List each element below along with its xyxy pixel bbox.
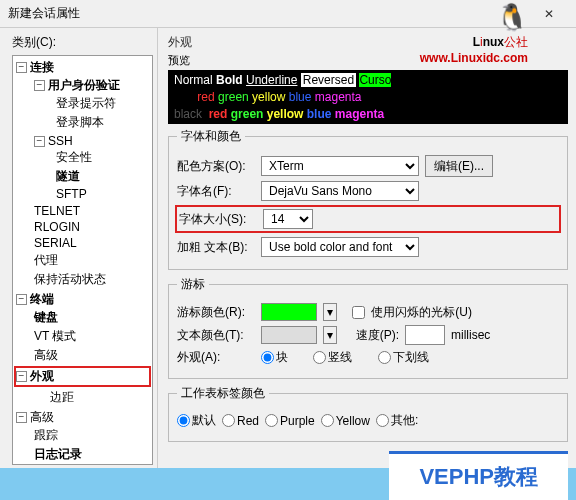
preview-label: 预览 bbox=[168, 53, 568, 68]
shape-label: 外观(A): bbox=[177, 349, 255, 366]
fontsize-select[interactable]: 14 bbox=[263, 209, 313, 229]
collapse-icon[interactable]: − bbox=[34, 136, 45, 147]
category-tree[interactable]: −连接 −用户身份验证 登录提示符 登录脚本 −SSH 安全性 隧道 bbox=[12, 55, 153, 465]
preview-area: 预览 Normal Bold Underline Reversed Curso … bbox=[168, 53, 568, 124]
tree-login-script[interactable]: 登录脚本 bbox=[54, 113, 151, 132]
preview-box: Normal Bold Underline Reversed Curso red… bbox=[168, 70, 568, 124]
tabcolor-group: 工作表标签颜色 默认 Red Purple Yellow 其他: bbox=[168, 385, 568, 442]
tab-default-radio[interactable] bbox=[177, 414, 190, 427]
tree-login-prompt[interactable]: 登录提示符 bbox=[54, 94, 151, 113]
speed-input[interactable] bbox=[405, 325, 445, 345]
titlebar: 新建会话属性 ? ✕ bbox=[0, 0, 576, 28]
category-panel: 类别(C): −连接 −用户身份验证 登录提示符 登录脚本 −SSH 安全性 bbox=[0, 28, 158, 468]
page-title: 外观 bbox=[168, 34, 572, 51]
cursor-legend: 游标 bbox=[177, 276, 209, 293]
collapse-icon[interactable]: − bbox=[16, 294, 27, 305]
tree-margin[interactable]: 边距 bbox=[48, 388, 151, 407]
dropdown-icon[interactable]: ▾ bbox=[323, 326, 337, 344]
blink-checkbox[interactable] bbox=[352, 306, 365, 319]
help-icon[interactable]: ? bbox=[492, 4, 530, 24]
cursor-group: 游标 游标颜色(R): ▾ 使用闪烁的光标(U) 文本颜色(T): ▾ 速度(P… bbox=[168, 276, 568, 379]
fontsize-label: 字体大小(S): bbox=[179, 211, 257, 228]
tree-security[interactable]: 安全性 bbox=[54, 148, 151, 167]
blink-label: 使用闪烁的光标(U) bbox=[371, 304, 472, 321]
font-color-group: 字体和颜色 配色方案(O): XTerm 编辑(E)... 字体名(F): De… bbox=[168, 128, 568, 270]
tree-rlogin[interactable]: RLOGIN bbox=[32, 219, 151, 235]
tree-tunnel[interactable]: 隧道 bbox=[54, 167, 151, 186]
tree-terminal[interactable]: 终端 bbox=[30, 292, 54, 306]
collapse-icon[interactable]: − bbox=[16, 371, 27, 382]
tree-telnet[interactable]: TELNET bbox=[32, 203, 151, 219]
speed-unit: millisec bbox=[451, 328, 490, 342]
scheme-label: 配色方案(O): bbox=[177, 158, 255, 175]
tree-advanced[interactable]: 高级 bbox=[32, 346, 151, 365]
tree-vtmode[interactable]: VT 模式 bbox=[32, 327, 151, 346]
tab-other-radio[interactable] bbox=[376, 414, 389, 427]
tree-serial[interactable]: SERIAL bbox=[32, 235, 151, 251]
speed-label: 速度(P): bbox=[356, 327, 399, 344]
window-controls: ? ✕ bbox=[492, 4, 568, 24]
fontname-label: 字体名(F): bbox=[177, 183, 255, 200]
dropdown-icon[interactable]: ▾ bbox=[323, 303, 337, 321]
tab-red-radio[interactable] bbox=[222, 414, 235, 427]
scheme-select[interactable]: XTerm bbox=[261, 156, 419, 176]
tab-yellow-radio[interactable] bbox=[321, 414, 334, 427]
tab-purple-radio[interactable] bbox=[265, 414, 278, 427]
tree-sftp[interactable]: SFTP bbox=[54, 186, 151, 202]
close-icon[interactable]: ✕ bbox=[530, 4, 568, 24]
vephp-watermark: VEPHP教程 bbox=[389, 451, 568, 500]
fontname-select[interactable]: DejaVu Sans Mono bbox=[261, 181, 419, 201]
settings-panel: 外观 预览 Normal Bold Underline Reversed Cur… bbox=[158, 28, 576, 468]
boldtext-label: 加粗 文本(B): bbox=[177, 239, 255, 256]
collapse-icon[interactable]: − bbox=[34, 80, 45, 91]
tree-auth[interactable]: 用户身份验证 bbox=[48, 78, 120, 92]
tabcolor-legend: 工作表标签颜色 bbox=[177, 385, 269, 402]
boldtext-select[interactable]: Use bold color and font bbox=[261, 237, 419, 257]
cursor-underbar-radio[interactable] bbox=[378, 351, 391, 364]
tree-proxy[interactable]: 代理 bbox=[32, 251, 151, 270]
text-color-label: 文本颜色(T): bbox=[177, 327, 255, 344]
cursor-vbar-radio[interactable] bbox=[313, 351, 326, 364]
tree-keyboard[interactable]: 键盘 bbox=[32, 308, 151, 327]
cursor-color-label: 游标颜色(R): bbox=[177, 304, 255, 321]
tree-connect[interactable]: 连接 bbox=[30, 60, 54, 74]
collapse-icon[interactable]: − bbox=[16, 62, 27, 73]
text-color-swatch[interactable] bbox=[261, 326, 317, 344]
tree-logging[interactable]: 日志记录 bbox=[32, 445, 151, 464]
cursor-block-radio[interactable] bbox=[261, 351, 274, 364]
tree-ssh[interactable]: SSH bbox=[48, 134, 73, 148]
tree-trace[interactable]: 跟踪 bbox=[32, 426, 151, 445]
edit-button[interactable]: 编辑(E)... bbox=[425, 155, 493, 177]
cursor-color-swatch[interactable] bbox=[261, 303, 317, 321]
tree-appearance[interactable]: 外观 bbox=[30, 369, 54, 383]
tree-advanced2[interactable]: 高级 bbox=[30, 410, 54, 424]
category-label: 类别(C): bbox=[12, 34, 153, 51]
font-color-legend: 字体和颜色 bbox=[177, 128, 245, 145]
window-title: 新建会话属性 bbox=[8, 5, 492, 22]
collapse-icon[interactable]: − bbox=[16, 412, 27, 423]
tree-keepalive[interactable]: 保持活动状态 bbox=[32, 270, 151, 289]
